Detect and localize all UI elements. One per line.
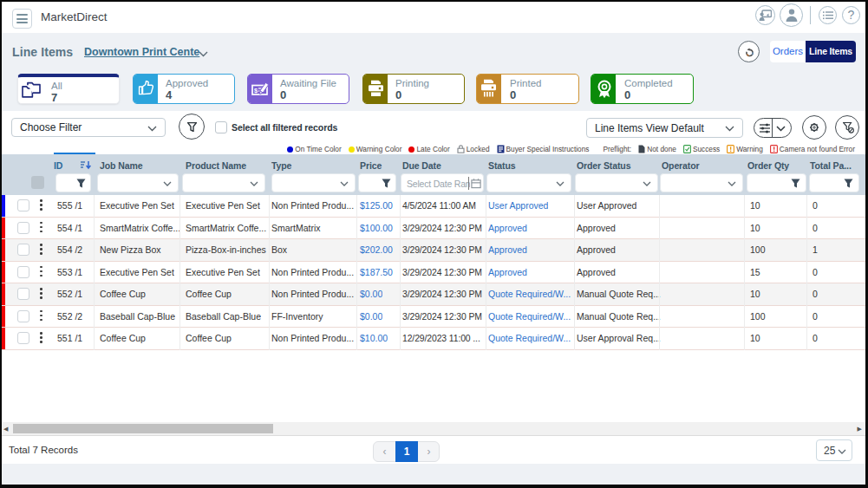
svg-text:$: $ — [254, 87, 258, 94]
